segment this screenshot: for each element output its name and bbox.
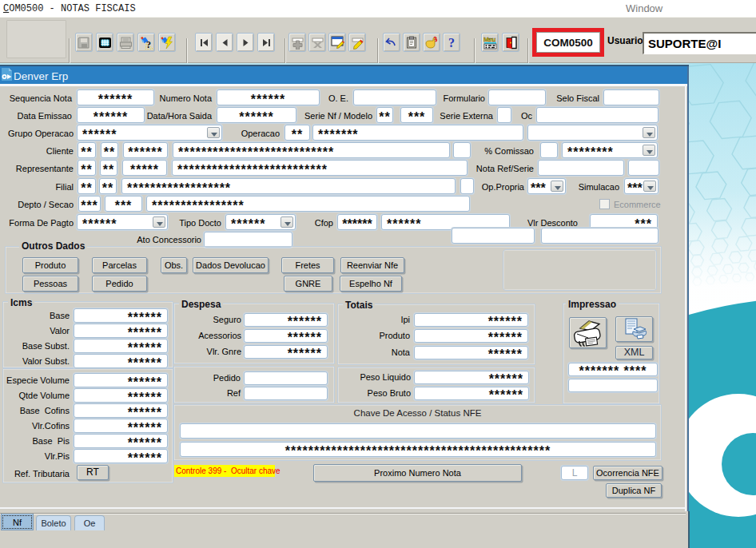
svg-text:?: ? xyxy=(448,36,455,50)
svg-text:Menu: Menu xyxy=(483,36,496,43)
svg-text:?: ? xyxy=(146,39,151,50)
